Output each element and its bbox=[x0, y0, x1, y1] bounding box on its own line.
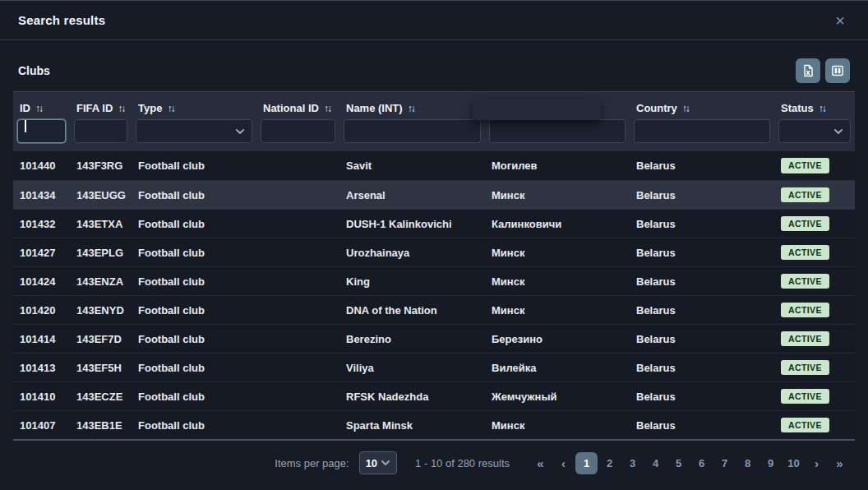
cell-fifa-id: 143EF5H bbox=[70, 362, 132, 374]
modal-title: Search results bbox=[18, 13, 105, 27]
table-row[interactable]: 101427 143EPLG Football club Urozhainaya… bbox=[13, 238, 855, 266]
cell-fifa-id: 143EB1E bbox=[70, 419, 132, 432]
filter-select-type[interactable] bbox=[136, 119, 252, 143]
cell-status: ACTIVE bbox=[774, 158, 855, 173]
header-labels-row: ID↑↓ FIFA ID↑↓ Type↑↓ National ID↑↓ Name… bbox=[13, 92, 855, 116]
page-button-2[interactable]: 2 bbox=[598, 452, 621, 474]
page-button-5[interactable]: 5 bbox=[667, 452, 690, 474]
table-row[interactable]: 101440 143F3RG Football club Savit Могил… bbox=[13, 151, 855, 180]
filter-input-fifa-id[interactable] bbox=[74, 119, 127, 143]
cell-fifa-id: 143ECZE bbox=[70, 391, 132, 403]
sort-icon[interactable]: ↑↓ bbox=[118, 103, 124, 114]
cell-status: ACTIVE bbox=[774, 245, 855, 261]
floating-overlay-box bbox=[473, 99, 601, 120]
page-button-7[interactable]: 7 bbox=[713, 452, 736, 474]
cell-status: ACTIVE bbox=[774, 303, 855, 318]
section-header: Clubs bbox=[0, 40, 868, 91]
cell-status: ACTIVE bbox=[774, 274, 855, 289]
cell-name-local: Минск bbox=[485, 275, 630, 288]
filter-input-name-int[interactable] bbox=[344, 119, 481, 143]
next-page-button[interactable]: › bbox=[806, 452, 828, 474]
status-badge: ACTIVE bbox=[781, 389, 829, 404]
sort-icon[interactable]: ↑↓ bbox=[35, 103, 42, 114]
page-button-8[interactable]: 8 bbox=[736, 452, 759, 474]
table-header: ID↑↓ FIFA ID↑↓ Type↑↓ National ID↑↓ Name… bbox=[13, 91, 855, 151]
cell-name-int: Berezino bbox=[339, 333, 485, 345]
items-per-page-select[interactable]: 10 bbox=[359, 451, 397, 474]
cell-type: Football club bbox=[132, 391, 256, 403]
cell-type: Football club bbox=[132, 218, 256, 230]
export-xls-button[interactable] bbox=[796, 58, 820, 83]
chevron-down-icon bbox=[381, 458, 390, 468]
cell-country: Belarus bbox=[630, 333, 774, 345]
table-row[interactable]: 101434 143EUGG Football club Arsenal Мин… bbox=[13, 180, 855, 209]
cell-fifa-id: 143EPLG bbox=[70, 247, 132, 259]
filter-input-name-local[interactable] bbox=[489, 119, 626, 143]
status-badge: ACTIVE bbox=[781, 418, 829, 433]
filter-input-country[interactable] bbox=[634, 119, 770, 143]
cell-id: 101410 bbox=[13, 391, 70, 403]
column-settings-button[interactable] bbox=[825, 58, 850, 83]
close-icon[interactable]: × bbox=[830, 9, 850, 32]
sort-icon[interactable]: ↑↓ bbox=[167, 103, 173, 114]
table-row[interactable]: 101407 143EB1E Football club Sparta Mins… bbox=[13, 410, 855, 439]
table-row[interactable]: 101432 143ETXA Football club DUSH-1 Kali… bbox=[13, 209, 855, 238]
cell-country: Belarus bbox=[630, 218, 774, 230]
col-header-fifa-id: FIFA ID↑↓ bbox=[70, 92, 132, 116]
cell-country: Belarus bbox=[630, 159, 774, 172]
cell-country: Belarus bbox=[630, 391, 774, 403]
table-body: 101440 143F3RG Football club Savit Могил… bbox=[13, 151, 855, 441]
sort-icon[interactable]: ↑↓ bbox=[819, 103, 825, 114]
cell-id: 101407 bbox=[13, 419, 70, 432]
cell-status: ACTIVE bbox=[774, 187, 855, 203]
cell-type: Football club bbox=[132, 333, 256, 345]
filter-input-national-id[interactable] bbox=[261, 119, 335, 143]
cell-country: Belarus bbox=[630, 189, 774, 201]
cell-fifa-id: 143EF7D bbox=[70, 333, 132, 345]
filter-select-status[interactable] bbox=[778, 119, 851, 143]
cell-status: ACTIVE bbox=[774, 216, 855, 232]
cell-name-local: Минск bbox=[485, 189, 630, 201]
last-page-button[interactable]: » bbox=[829, 452, 851, 474]
cell-fifa-id: 143F3RG bbox=[70, 159, 132, 172]
cell-type: Football club bbox=[132, 189, 256, 201]
sort-icon[interactable]: ↑↓ bbox=[324, 103, 330, 114]
sort-icon[interactable]: ↑↓ bbox=[682, 103, 689, 114]
sort-icon[interactable]: ↑↓ bbox=[408, 103, 414, 114]
cell-name-local: Жемчужный bbox=[485, 391, 630, 403]
page-button-10[interactable]: 10 bbox=[783, 452, 805, 474]
table-row[interactable]: 101424 143ENZA Football club King Минск … bbox=[13, 266, 855, 295]
status-badge: ACTIVE bbox=[781, 303, 829, 318]
cell-name-local: Калинковичи bbox=[485, 218, 630, 230]
cell-name-int: Urozhainaya bbox=[339, 247, 485, 259]
first-page-button[interactable]: « bbox=[529, 452, 552, 474]
page-button-3[interactable]: 3 bbox=[621, 452, 644, 474]
page-button-4[interactable]: 4 bbox=[644, 452, 667, 474]
filter-input-id[interactable] bbox=[17, 119, 66, 143]
cell-id: 101440 bbox=[13, 159, 70, 172]
page-button-9[interactable]: 9 bbox=[760, 452, 782, 474]
cell-status: ACTIVE bbox=[774, 418, 855, 433]
clubs-table: ID↑↓ FIFA ID↑↓ Type↑↓ National ID↑↓ Name… bbox=[13, 91, 855, 441]
cell-name-local: Могилев bbox=[485, 159, 630, 172]
table-row[interactable]: 101413 143EF5H Football club Viliya Виле… bbox=[13, 353, 855, 381]
cell-name-int: Arsenal bbox=[339, 189, 485, 201]
cell-status: ACTIVE bbox=[774, 331, 855, 347]
text-cursor bbox=[25, 120, 26, 132]
cell-status: ACTIVE bbox=[774, 360, 855, 376]
cell-fifa-id: 143ETXA bbox=[70, 218, 132, 230]
table-row[interactable]: 101414 143EF7D Football club Berezino Бе… bbox=[13, 324, 855, 353]
table-row[interactable]: 101410 143ECZE Football club RFSK Nadezh… bbox=[13, 381, 855, 410]
page-button-6[interactable]: 6 bbox=[690, 452, 713, 474]
cell-name-int: Viliya bbox=[339, 362, 485, 374]
filter-row bbox=[13, 116, 855, 151]
cell-name-int: King bbox=[339, 275, 485, 288]
status-badge: ACTIVE bbox=[781, 187, 829, 203]
cell-id: 101413 bbox=[13, 362, 70, 374]
table-row[interactable]: 101420 143ENYD Football club DNA of the … bbox=[13, 295, 855, 324]
search-results-modal: Search results × Clubs bbox=[0, 0, 868, 490]
page-button-1[interactable]: 1 bbox=[575, 452, 598, 474]
prev-page-button[interactable]: ‹ bbox=[552, 452, 575, 474]
col-header-name-int: Name (INT)↑↓ bbox=[339, 92, 485, 116]
cell-name-int: RFSK Nadezhda bbox=[339, 391, 485, 403]
